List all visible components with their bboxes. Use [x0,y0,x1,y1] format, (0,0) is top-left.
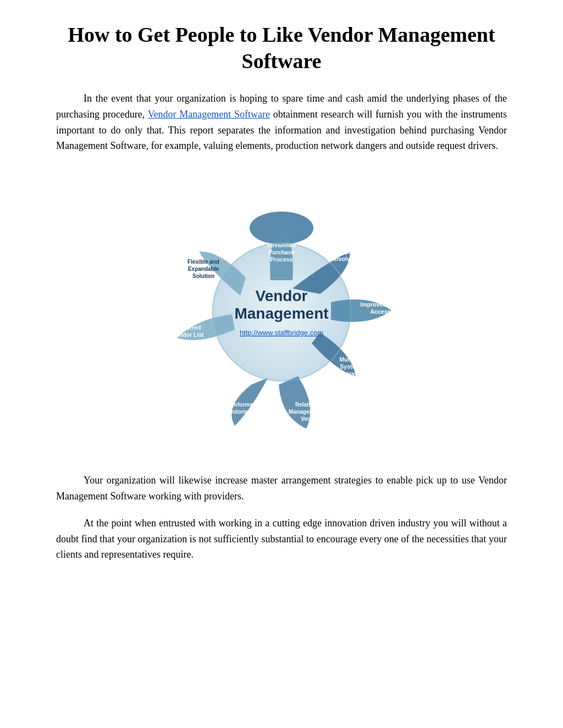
svg-text:Interdepartmental: Interdepartmental [326,248,375,255]
svg-text:System: System [340,363,360,370]
svg-text:Expandable: Expandable [188,266,219,272]
svg-text:Integration: Integration [335,370,365,377]
svg-text:Management with: Management with [289,409,335,415]
svg-text:Vendors: Vendors [301,416,323,422]
svg-text:Purchase: Purchase [268,249,294,255]
paragraph-1: In the event that your organization is h… [56,91,507,154]
diagram-container: Vendor Management http://www.staffbridge… [56,170,507,456]
svg-text:Involvement: Involvement [333,255,367,262]
paragraph-3: At the point when entrusted with working… [56,515,507,563]
svg-text:Monitoring: Monitoring [223,409,252,415]
page-container: How to Get People to Like Vendor Managem… [45,0,518,728]
svg-text:Management: Management [234,305,328,322]
svg-text:Relationship: Relationship [295,402,328,408]
page-title: How to Get People to Like Vendor Managem… [56,22,507,74]
svg-text:Preferred: Preferred [175,324,201,331]
svg-text:Improved User: Improved User [360,301,401,308]
vendor-management-link[interactable]: Vendor Management Software [148,109,270,120]
svg-text:Vendor List: Vendor List [172,331,204,338]
paragraph-2: Your organization will likewise increase… [56,473,507,504]
vendor-management-diagram: Vendor Management http://www.staffbridge… [122,170,441,456]
svg-text:http://www.staffbridge.com: http://www.staffbridge.com [240,329,323,337]
svg-text:Vendor Information: Vendor Information [212,402,263,408]
svg-text:Access: Access [371,308,391,315]
svg-text:Flexible and: Flexible and [187,259,219,265]
svg-text:Process: Process [271,256,293,263]
svg-text:Solution: Solution [192,273,214,279]
svg-text:Multiple: Multiple [339,356,361,363]
